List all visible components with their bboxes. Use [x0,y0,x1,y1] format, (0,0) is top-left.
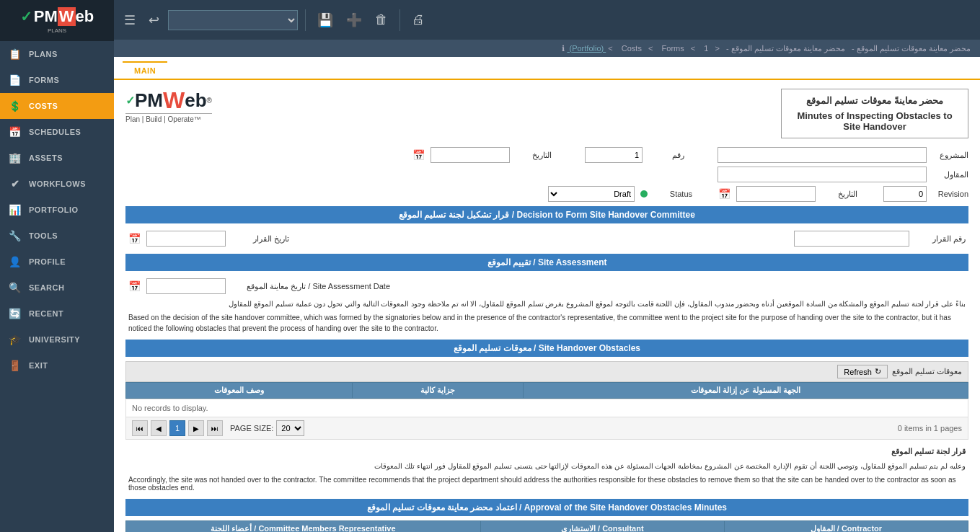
university-icon: 🎓 [9,334,22,345]
sidebar-item-search[interactable]: 🔍 SEARCH [0,275,114,301]
assessment-date-calendar-icon[interactable]: 📅 [128,280,141,292]
date2-calendar-icon[interactable]: 📅 [718,188,730,200]
date2-input[interactable]: 27-Jun-2022 [736,186,816,202]
obstacles-table-label: معوقات تسليم الموقع [892,367,962,376]
schedules-icon: 📅 [9,126,22,138]
pagination: ⏮ ◀ 1 ▶ ⏭ PAGE SIZE: 20 0 items in 1 pag… [125,417,968,440]
decision-date-calendar-icon[interactable]: 📅 [128,233,141,244]
decision-section-header: قرار تشكيل لجنة تسليم الموقع / Decision … [125,206,968,223]
approval-col-consultant: الاستشاري / Consultant [480,521,724,533]
list-button[interactable]: ☰ [120,9,140,31]
doc-title-english-2: Site Handover [792,121,958,132]
date-input[interactable]: 27-Jun-2022 [431,147,510,163]
main-area: ☰ ↩ 💾 ➕ 🗑 🖨 محضر معاينة معوقات تسليم الم… [114,0,980,532]
sidebar-item-profile[interactable]: 👤 PROFILE [0,249,114,275]
refresh-label: Refresh [844,368,872,376]
date-label: التاريخ [516,151,552,160]
add-button[interactable]: ➕ [342,9,366,31]
divider2 [399,9,400,31]
logo-check-icon: ✓ [20,8,32,25]
decision-fields-row: رقم القرار تاريخ القرار 16-Dec-2020 📅 [125,228,968,249]
assessment-date-label: Site Assessment Date / تاريخ معاينة المو… [231,282,390,291]
logo-text: PMWeb [34,7,94,26]
prev-page-button[interactable]: ◀ [151,420,167,436]
plans-icon: 📋 [9,48,22,60]
recent-icon: 🔄 [9,308,22,319]
number-label: رقم [648,151,684,160]
sidebar-item-label: EXIT [29,361,48,370]
search-icon: 🔍 [9,282,22,293]
obstacles-section-header: معوقات تسليم الموقع / Site Handover Obst… [125,340,968,357]
contractor-input[interactable] [718,167,927,182]
refresh-button[interactable]: ↻ Refresh [837,365,888,378]
sidebar-item-plans[interactable]: 📋 PLANS [0,41,114,67]
col-desc-header: وصف المعوقات [126,383,353,399]
decision-date-input[interactable]: 16-Dec-2020 [146,231,226,247]
save-button[interactable]: 💾 [313,9,337,31]
project-label: المشروع [932,151,968,160]
project-input[interactable] [718,147,927,163]
sidebar-item-label: UNIVERSITY [29,335,80,344]
exit-icon: 🚪 [9,360,22,371]
sidebar-item-label: COSTS [29,102,58,110]
sidebar-item-tools[interactable]: 🔧 TOOLS [0,223,114,249]
status-select[interactable]: Draft [548,186,635,202]
sidebar-item-portfolio[interactable]: 📊 PORTFOLIO [0,197,114,223]
sidebar-item-forms[interactable]: 📄 FORMS [0,67,114,93]
sidebar-item-label: RECENT [29,309,63,318]
pmweb-tagline: Plan | Build | Operate™ [125,113,212,123]
date-calendar-icon[interactable]: 📅 [412,149,425,161]
status-label: Status [656,190,692,198]
logo-w: W [163,89,185,112]
approval-table: أعضاء اللجنة / Committee Members Represe… [125,520,968,532]
obstacles-table: وصف المعوقات جزاية كالية الجهة المسئولة … [125,382,968,399]
sidebar-item-assets[interactable]: 🏢 ASSETS [0,145,114,171]
page-size-select[interactable]: 20 [276,420,304,436]
workflows-icon: ✔ [9,178,22,190]
sidebar-item-university[interactable]: 🎓 UNIVERSITY [0,327,114,353]
pmweb-logo-area: ✓ PM W eb ® Plan | Build | Operate™ [125,89,212,123]
logo-checkmark: ✓ [125,94,135,107]
sidebar-item-exit[interactable]: 🚪 EXIT [0,353,114,378]
sidebar-item-label: TOOLS [29,231,58,240]
print-button[interactable]: 🖨 [407,9,429,30]
sidebar-item-costs[interactable]: 💲 COSTS [0,93,114,119]
top-bar: ☰ ↩ 💾 ➕ 🗑 🖨 [114,0,980,40]
tab-main[interactable]: MAIN [123,61,167,79]
delete-button[interactable]: 🗑 [371,9,392,30]
first-page-button[interactable]: ⏮ [132,420,148,436]
sidebar-item-label: SEARCH [29,283,64,292]
revision-input[interactable] [883,186,927,202]
record-select[interactable] [168,10,298,30]
sidebar-item-label: PLANS [29,50,58,58]
number-input[interactable] [585,147,643,163]
field-row-1: المشروع رقم التاريخ 27-Jun-2022 📅 [125,147,968,163]
decision-date-label: تاريخ القرار [231,234,289,244]
sidebar-logo: ✓ PMWeb PLANS [0,0,114,41]
document-title-box: محضر معاينةً معوقات تسليم الموقع Minutes… [781,89,968,138]
page-size-label: PAGE SIZE: [230,424,273,433]
sidebar-item-recent[interactable]: 🔄 RECENT [0,301,114,327]
last-page-button[interactable]: ⏭ [207,420,223,436]
breadcrumb-portfolio-link[interactable]: (Portfolio) [567,44,606,53]
sidebar-item-schedules[interactable]: 📅 SCHEDULES [0,119,114,145]
col-penalty-header: جزاية كالية [352,383,523,399]
revision-label: Revision [932,190,968,198]
decision-number-input[interactable] [794,231,909,247]
next-page-button[interactable]: ▶ [188,420,204,436]
doc-title-english-1: Minutes of Inspecting Obstacles to [792,110,958,121]
sidebar-item-workflows[interactable]: ✔ WORKFLOWS [0,171,114,197]
status-dot-icon [640,190,648,198]
sidebar-item-label: FORMS [29,76,59,84]
costs-icon: 💲 [9,100,22,112]
tab-bar: MAIN [114,57,980,80]
approval-col-contractor: المقاول / Contractor [724,521,968,533]
col-responsible-header: الجهة المسئولة عن إزالة المعوقات [523,383,968,399]
decision-conclusion-english: Accordingly, the site was not handed ove… [125,473,968,495]
approval-section-header: اعتماد محضر معاينة معوقات تسليم الموقع /… [125,499,968,516]
assessment-date-input[interactable]: 16-Dec-2020 [146,278,226,294]
breadcrumb-title: محضر معاينة معوقات تسليم الموقع - [852,44,971,53]
undo-button[interactable]: ↩ [144,9,164,31]
approval-col-committee: أعضاء اللجنة / Committee Members Represe… [126,521,481,533]
profile-icon: 👤 [9,256,22,267]
